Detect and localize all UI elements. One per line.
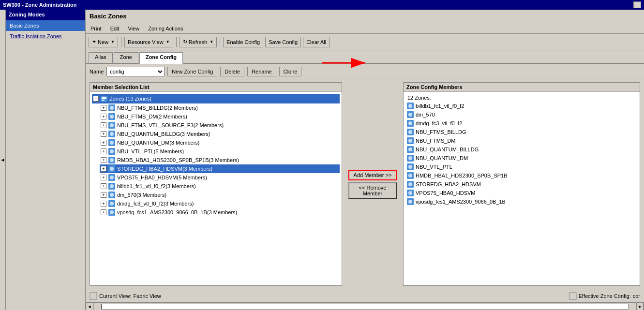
right-panel-item-3[interactable]: NBU_FTMS_BILLDG — [405, 128, 638, 136]
add-member-button[interactable]: Add Member >> — [348, 170, 397, 180]
tree-item-9[interactable]: + billdb1_fc1_vtl_f0_f2(3 Members) — [100, 182, 340, 191]
current-view-value: Fabric View — [133, 293, 161, 299]
right-zone-icon-11 — [406, 198, 414, 206]
item-5-expand[interactable]: + — [101, 148, 106, 154]
maximize-button[interactable]: □ — [633, 1, 641, 8]
item-4-expand[interactable]: + — [101, 140, 106, 146]
tree-item-10[interactable]: + dm_570(3 Members) — [100, 191, 340, 199]
right-panel-item-10[interactable]: VPOS75_HBA0_HDSVM — [405, 189, 638, 197]
page-title: Basic Zones — [90, 13, 127, 20]
tree-item-1[interactable]: + NBU_FTMS_DM(2 Members) — [100, 112, 340, 121]
rename-button[interactable]: Rename — [247, 67, 276, 76]
right-zone-icon-8 — [406, 172, 414, 179]
toolbar-separator-2 — [176, 37, 177, 47]
item-9-expand[interactable]: + — [101, 183, 106, 189]
item-11-expand[interactable]: + — [101, 201, 106, 207]
right-panel-item-0[interactable]: billdb1_fc1_vtl_f0_f2 — [405, 102, 638, 110]
tree-item-7[interactable]: + STOREDG_HBA2_HDSVM(3 Members) — [100, 164, 340, 173]
svg-rect-57 — [569, 293, 576, 299]
right-panel-item-8[interactable]: RMDB_HBA1_HDS2300_SP0B_SP1B — [405, 171, 638, 180]
svg-point-49 — [408, 174, 412, 177]
item-10-expand[interactable]: + — [101, 192, 106, 198]
right-zone-icon-1 — [406, 111, 414, 118]
scroll-right-btn[interactable]: ► — [636, 303, 644, 310]
clear-all-button[interactable]: Clear All — [303, 37, 329, 47]
sidebar-item-basic-zones[interactable]: Basic Zones — [6, 20, 85, 31]
tab-zone-config[interactable]: Zone Config — [139, 52, 183, 64]
menu-edit[interactable]: Edit — [108, 25, 121, 32]
tree-children: + NBU_FTMS_BILLDG(2 Members) + NBU_FTMS_… — [92, 103, 340, 217]
new-zone-config-button[interactable]: New Zone Config — [167, 67, 217, 76]
tab-zone[interactable]: Zone — [114, 52, 138, 63]
svg-rect-2 — [102, 98, 106, 99]
right-zone-icon-2 — [406, 119, 414, 127]
right-panel-item-7[interactable]: NBU_VTL_PTL — [405, 162, 638, 171]
enable-config-button[interactable]: Enable Config — [223, 37, 263, 47]
svg-point-45 — [408, 156, 412, 160]
tab-alias[interactable]: Alias — [89, 52, 113, 63]
right-panel-item-11[interactable]: vposdg_fcs1_AMS2300_9066_0B_1B — [405, 197, 638, 206]
zone-icon-10 — [108, 191, 116, 199]
right-panel-item-4[interactable]: NBU_FTMS_DM — [405, 136, 638, 145]
item-2-expand[interactable]: + — [101, 122, 106, 128]
scroll-bar[interactable] — [101, 304, 629, 310]
middle-buttons: Add Member >> << Remove Member — [346, 82, 399, 286]
tree-item-0[interactable]: + NBU_FTMS_BILLDG(2 Members) — [100, 103, 340, 112]
right-panel-item-5[interactable]: NBU_QUANTUM_BILLDG — [405, 145, 638, 154]
svg-point-53 — [408, 191, 412, 195]
right-zone-icon-10 — [406, 189, 414, 197]
new-icon: ✦ — [92, 39, 96, 45]
root-label: Zones (13 Zones) — [109, 96, 151, 102]
remove-member-button[interactable]: << Remove Member — [348, 182, 397, 199]
left-panel-content: − Zones (13 Zones) + — [90, 92, 342, 285]
right-panel-content: 12 Zones. billdb1_fc1_vtl_f0_f2dm_570dmd… — [404, 92, 640, 285]
tree-item-11[interactable]: + dmdg_fc3_vtl_f0_f2(3 Members) — [100, 199, 340, 208]
tree-item-4[interactable]: + NBU_QUANTUM_DM(3 Members) — [100, 138, 340, 147]
refresh-button[interactable]: ↻ Refresh ▼ — [180, 37, 217, 47]
sidebar-item-traffic-isolation[interactable]: Traffic Isolation Zones — [6, 31, 85, 42]
tree-item-8[interactable]: + VPOS75_HBA0_HDSVM(5 Members) — [100, 173, 340, 182]
effective-zone-config-value: cor — [633, 293, 640, 299]
item-8-expand[interactable]: + — [101, 175, 106, 180]
tree-root[interactable]: − Zones (13 Zones) — [92, 94, 340, 103]
item-6-expand[interactable]: + — [101, 157, 106, 163]
scroll-left-btn[interactable]: ◄ — [86, 303, 93, 310]
item-12-expand[interactable]: + — [101, 209, 106, 215]
right-panel-header: Zone Config Members — [404, 83, 640, 92]
root-expand-btn[interactable]: − — [93, 96, 99, 102]
right-panel-item-6[interactable]: NBU_QUANTUM_DM — [405, 154, 638, 162]
zone-icon-3 — [108, 130, 116, 138]
resource-view-button[interactable]: Resource View ▼ — [124, 37, 173, 47]
zone-config-select[interactable]: config — [106, 67, 165, 76]
right-panel-item-9[interactable]: STOREDG_HBA2_HDSVM — [405, 180, 638, 189]
clone-button[interactable]: Clone — [279, 67, 302, 76]
menu-zoning-actions[interactable]: Zoning Actions — [146, 25, 185, 32]
sidebar-collapse-button[interactable]: ◄ — [0, 10, 6, 310]
new-button[interactable]: ✦ New ▼ — [89, 37, 118, 47]
save-config-button[interactable]: Save Config — [265, 37, 301, 47]
item-7-expand[interactable]: + — [101, 166, 106, 172]
item-0-expand[interactable]: + — [101, 105, 106, 111]
tree-item-6[interactable]: + RMDB_HBA1_HDS2300_SP0B_SP1B(3 Members) — [100, 156, 340, 164]
tree-item-5[interactable]: + NBU_VTL_PTL(5 Members) — [100, 147, 340, 156]
menu-print[interactable]: Print — [89, 25, 104, 32]
zone-icon-6 — [108, 156, 116, 164]
right-panel-item-2[interactable]: dmdg_fc3_vtl_f0_f2 — [405, 119, 638, 128]
tree-item-3[interactable]: + NBU_QUANTUM_BILLDG(3 Members) — [100, 130, 340, 138]
tree-item-2[interactable]: + NBU_FTMS_VTL_SOURCE_F3(2 Members) — [100, 121, 340, 130]
tree-item-12[interactable]: + vposdg_fcs1_AMS2300_9066_0B_1B(3 Membe… — [100, 208, 340, 217]
right-zone-icon-4 — [406, 137, 414, 145]
refresh-dropdown-arrow[interactable]: ▼ — [210, 40, 213, 44]
item-1-expand[interactable]: + — [101, 114, 106, 119]
right-panel-item-1[interactable]: dm_570 — [405, 110, 638, 119]
resource-view-dropdown-arrow[interactable]: ▼ — [166, 40, 170, 44]
item-3-expand[interactable]: + — [101, 131, 106, 137]
zone-config-toolbar: Name config New Zone Config Delete Renam… — [86, 64, 644, 79]
effective-config-icon — [569, 292, 577, 300]
svg-rect-3 — [102, 100, 105, 101]
svg-point-35 — [408, 113, 412, 117]
menu-view[interactable]: View — [126, 25, 142, 32]
svg-point-9 — [110, 123, 114, 127]
delete-button[interactable]: Delete — [220, 67, 244, 76]
new-dropdown-arrow[interactable]: ▼ — [111, 40, 115, 44]
